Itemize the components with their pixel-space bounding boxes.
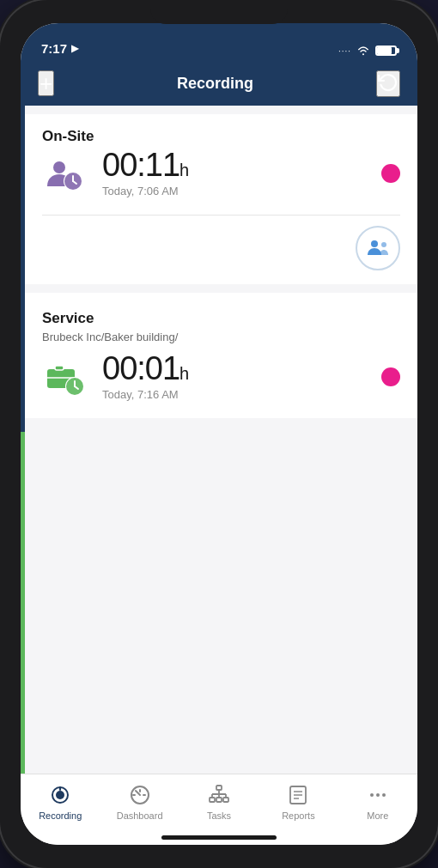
on-site-time-display: 00:11h Today, 7:06 AM bbox=[102, 149, 368, 197]
svg-rect-17 bbox=[216, 786, 222, 790]
service-card: Service Brubeck Inc/Baker building/ bbox=[21, 293, 417, 418]
status-time: 7:17 ▶ bbox=[41, 41, 78, 56]
phone-frame: 7:17 ▶ ···· + Recording bbox=[0, 0, 438, 868]
svg-rect-18 bbox=[210, 798, 215, 802]
location-icon: ▶ bbox=[71, 43, 78, 54]
more-nav-label: More bbox=[367, 810, 388, 821]
tasks-nav-icon bbox=[207, 783, 231, 807]
on-site-label: On-Site bbox=[42, 128, 400, 145]
svg-point-15 bbox=[56, 791, 64, 799]
switch-employee-button[interactable] bbox=[356, 226, 400, 270]
app-header: + Recording bbox=[21, 61, 417, 106]
on-site-time-value: 00:11h bbox=[102, 149, 368, 181]
home-indicator bbox=[161, 835, 277, 840]
svg-point-5 bbox=[371, 240, 378, 247]
card-gap bbox=[21, 284, 417, 293]
service-time-display: 00:01h Today, 7:16 AM bbox=[102, 352, 368, 401]
header-title: Recording bbox=[177, 75, 253, 93]
on-site-record-dot[interactable] bbox=[381, 164, 400, 183]
dashboard-nav-icon bbox=[128, 783, 152, 807]
divider bbox=[42, 215, 400, 215]
bottom-nav: Recording Dashboard bbox=[21, 774, 417, 845]
status-bar: 7:17 ▶ ···· bbox=[21, 23, 417, 61]
on-site-timestamp: Today, 7:06 AM bbox=[102, 185, 368, 197]
refresh-button[interactable] bbox=[376, 70, 400, 97]
service-timestamp: Today, 7:16 AM bbox=[102, 388, 368, 401]
battery-icon bbox=[375, 46, 397, 56]
nav-item-recording[interactable]: Recording bbox=[21, 781, 100, 821]
reports-nav-label: Reports bbox=[282, 810, 315, 821]
svg-rect-20 bbox=[223, 798, 228, 802]
nav-item-tasks[interactable]: Tasks bbox=[179, 781, 259, 821]
add-button[interactable]: + bbox=[38, 70, 54, 96]
fab-section bbox=[21, 215, 417, 284]
nav-item-reports[interactable]: Reports bbox=[259, 781, 338, 821]
service-sublabel: Brubeck Inc/Baker building/ bbox=[42, 331, 400, 343]
employee-switch-icon bbox=[366, 238, 390, 258]
phone-screen: 7:17 ▶ ···· + Recording bbox=[21, 23, 417, 845]
fab-container bbox=[42, 226, 400, 270]
signal-dots-icon: ···· bbox=[338, 46, 351, 56]
nav-item-dashboard[interactable]: Dashboard bbox=[100, 781, 179, 821]
service-time-value: 00:01h bbox=[102, 352, 368, 385]
svg-point-32 bbox=[382, 793, 386, 797]
briefcase-clock-icon bbox=[42, 354, 88, 400]
content-area: On-Site bbox=[21, 106, 417, 774]
user-clock-icon bbox=[42, 150, 88, 197]
svg-point-31 bbox=[376, 793, 380, 797]
status-icons: ···· bbox=[338, 46, 397, 56]
service-label: Service bbox=[42, 310, 400, 327]
reports-nav-icon bbox=[286, 783, 310, 807]
on-site-card: On-Site bbox=[21, 114, 417, 215]
dashboard-nav-label: Dashboard bbox=[117, 810, 163, 821]
svg-rect-8 bbox=[55, 366, 64, 370]
svg-point-6 bbox=[381, 242, 386, 247]
accent-bar-green bbox=[21, 432, 25, 774]
more-nav-icon bbox=[366, 783, 390, 807]
wifi-icon bbox=[356, 46, 370, 56]
notch bbox=[150, 0, 288, 24]
accent-bar-blue bbox=[21, 106, 25, 432]
recording-nav-icon bbox=[48, 783, 72, 807]
svg-rect-19 bbox=[216, 798, 222, 802]
recording-nav-label: Recording bbox=[39, 810, 82, 821]
service-record-dot[interactable] bbox=[381, 367, 400, 386]
svg-point-30 bbox=[370, 793, 374, 797]
nav-item-more[interactable]: More bbox=[338, 781, 417, 821]
tasks-nav-label: Tasks bbox=[207, 810, 231, 821]
refresh-icon bbox=[378, 72, 398, 93]
svg-point-0 bbox=[53, 161, 65, 173]
